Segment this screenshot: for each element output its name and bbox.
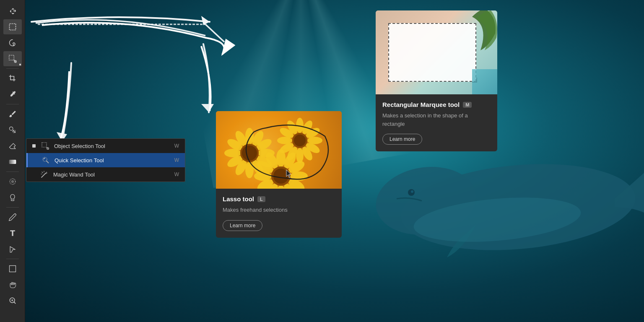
svg-point-67 (273, 169, 288, 184)
dropdown-quick-selection-label: Quick Selection Tool (55, 157, 170, 164)
svg-rect-10 (9, 55, 14, 60)
lasso-key-badge: L (257, 196, 265, 202)
tool-object-selection[interactable] (3, 51, 22, 66)
svg-point-17 (10, 195, 15, 200)
tool-brush[interactable] (3, 106, 22, 122)
rect-marquee-learn-more-button[interactable]: Learn more (382, 134, 422, 145)
dropdown-quick-selection-key: W (174, 157, 179, 163)
dropdown-object-selection-label: Object Selection Tool (54, 143, 170, 149)
toolbar (0, 0, 25, 322)
tool-eraser[interactable] (3, 138, 22, 153)
svg-rect-14 (9, 160, 16, 164)
lasso-title-row: Lasso tool L (223, 195, 335, 203)
lasso-preview (216, 111, 342, 189)
lasso-description: Makes freehand selections (223, 206, 335, 214)
lasso-learn-more-button[interactable]: Learn more (223, 220, 262, 231)
tool-zoom[interactable] (3, 293, 22, 308)
dropdown-magic-wand-label: Magic Wand Tool (53, 171, 170, 178)
svg-point-16 (11, 180, 14, 183)
svg-rect-9 (9, 24, 16, 30)
tool-dropdown-menu: Object Selection Tool W Quick Selection … (26, 138, 185, 182)
tool-path-select[interactable] (3, 242, 22, 257)
tool-crop[interactable] (3, 71, 22, 86)
magic-wand-icon (40, 171, 49, 178)
tool-lasso[interactable] (3, 35, 22, 50)
tool-blur[interactable] (3, 174, 22, 189)
svg-point-52 (294, 135, 306, 146)
dropdown-object-selection-key: W (174, 143, 179, 149)
rect-marquee-tooltip: Rectangular Marquee tool M Makes a selec… (376, 10, 497, 151)
tool-dodge[interactable] (3, 190, 22, 205)
rect-marquee-title-row: Rectangular Marquee tool M (382, 101, 491, 108)
svg-point-12 (9, 127, 13, 130)
svg-point-37 (242, 145, 257, 161)
rect-marquee-title: Rectangular Marquee tool (382, 101, 460, 108)
tool-pen[interactable] (3, 210, 22, 225)
tool-text[interactable] (3, 226, 22, 241)
rect-marquee-key-badge: M (463, 102, 472, 108)
tool-eyedropper[interactable] (3, 87, 22, 102)
lasso-tooltip-body: Lasso tool L Makes freehand selections L… (216, 189, 342, 238)
tool-shape[interactable] (3, 261, 22, 276)
lasso-title: Lasso tool (223, 195, 254, 203)
lasso-tooltip: Lasso tool L Makes freehand selections L… (216, 111, 342, 238)
tool-move[interactable] (3, 3, 22, 18)
dropdown-object-selection[interactable]: Object Selection Tool W (26, 139, 185, 153)
svg-point-4 (411, 190, 413, 193)
quick-select-icon (41, 156, 50, 164)
tool-clone[interactable] (3, 122, 22, 138)
dropdown-magic-wand[interactable]: Magic Wand Tool W (26, 167, 185, 182)
active-indicator (32, 144, 36, 148)
tool-rectangular-marquee[interactable] (3, 19, 22, 34)
rect-marquee-description: Makes a selection in the shape of a rect… (382, 112, 491, 128)
svg-rect-18 (9, 266, 16, 272)
dropdown-magic-wand-key: W (174, 171, 179, 177)
tool-gradient[interactable] (3, 154, 22, 169)
rect-marquee-tooltip-body: Rectangular Marquee tool M Makes a selec… (376, 94, 497, 151)
object-select-icon (41, 142, 50, 150)
dropdown-quick-selection[interactable]: Quick Selection Tool W (26, 153, 185, 167)
tool-hand[interactable] (3, 277, 22, 292)
rect-marquee-preview (376, 10, 497, 94)
svg-rect-20 (42, 143, 47, 147)
